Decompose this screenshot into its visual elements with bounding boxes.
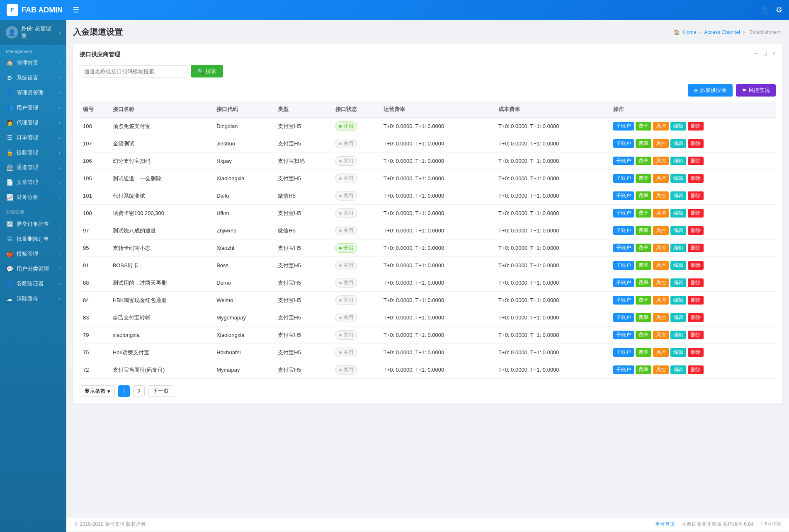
delete-button[interactable]: 删除 — [688, 296, 704, 305]
next-page-button[interactable]: 下一页 — [148, 385, 173, 397]
status-badge[interactable]: 关闭 — [335, 191, 357, 201]
sub-account-button[interactable]: 子账户 — [613, 122, 634, 131]
rate-button[interactable]: 费率 — [636, 157, 651, 165]
sub-account-button[interactable]: 子账户 — [613, 313, 634, 322]
risk-button[interactable]: 风控 — [653, 296, 669, 305]
risk-button[interactable]: 风控 — [653, 226, 669, 235]
delete-button[interactable]: 删除 — [688, 209, 704, 218]
sub-account-button[interactable]: 子账户 — [613, 157, 634, 165]
edit-button[interactable]: 编辑 — [670, 139, 686, 148]
card-minimize-icon[interactable]: − — [752, 49, 759, 58]
rate-button[interactable]: 费率 — [636, 209, 651, 218]
delete-button[interactable]: 删除 — [688, 157, 704, 165]
status-badge[interactable]: 关闭 — [335, 330, 357, 340]
status-badge[interactable]: 关闭 — [335, 261, 357, 270]
rate-button[interactable]: 费率 — [636, 365, 651, 374]
status-badge[interactable]: 关闭 — [335, 226, 357, 235]
breadcrumb-access-channel-link[interactable]: Access Channel — [704, 29, 740, 35]
card-expand-icon[interactable]: □ — [761, 49, 768, 58]
sidebar-item-users[interactable]: 👥 用户管理 › — [0, 100, 66, 115]
sub-account-button[interactable]: 子账户 — [613, 365, 634, 374]
risk-button[interactable]: 风控 — [653, 209, 669, 218]
add-supplier-button[interactable]: ⊕ 添加供应商 — [688, 84, 733, 97]
sidebar-item-finance[interactable]: 📈 财务分析 › — [0, 190, 66, 205]
sidebar-item-withdraw[interactable]: 🔒 提款管理 › — [0, 145, 66, 160]
rate-button[interactable]: 费率 — [636, 296, 651, 305]
rate-button[interactable]: 费率 — [636, 313, 651, 322]
sub-account-button[interactable]: 子账户 — [613, 331, 634, 339]
delete-button[interactable]: 删除 — [688, 348, 704, 357]
user-profile-icon[interactable]: 👤 — [760, 5, 769, 15]
delete-button[interactable]: 删除 — [688, 122, 704, 131]
sub-account-button[interactable]: 子账户 — [613, 278, 634, 287]
sidebar-item-docs[interactable]: 📄 文章管理 › — [0, 175, 66, 190]
sub-account-button[interactable]: 子账户 — [613, 191, 634, 200]
delete-button[interactable]: 删除 — [688, 191, 704, 200]
rate-button[interactable]: 费率 — [636, 122, 651, 131]
edit-button[interactable]: 编辑 — [670, 244, 686, 252]
rate-button[interactable]: 费率 — [636, 331, 651, 339]
edit-button[interactable]: 编辑 — [670, 296, 686, 305]
status-badge[interactable]: 关闭 — [335, 139, 357, 148]
rate-button[interactable]: 费率 — [636, 348, 651, 357]
sidebar-item-abnormal[interactable]: 🔄 异常订单排查 › — [0, 217, 66, 232]
sub-account-button[interactable]: 子账户 — [613, 174, 634, 183]
risk-button[interactable]: 风控 — [653, 174, 669, 183]
status-badge[interactable]: 关闭 — [335, 174, 357, 183]
sidebar-item-orders[interactable]: ☰ 订单管理 › — [0, 130, 66, 145]
status-badge[interactable]: 开启 — [335, 121, 357, 131]
risk-button[interactable]: 风控 — [653, 191, 669, 200]
status-badge[interactable]: 关闭 — [335, 348, 357, 357]
delete-button[interactable]: 删除 — [688, 365, 704, 374]
status-badge[interactable]: 关闭 — [335, 208, 357, 218]
menu-toggle-icon[interactable]: ☰ — [73, 5, 79, 15]
sidebar-item-admin[interactable]: 👤 管理员管理 › — [0, 85, 66, 100]
risk-button[interactable]: 风控 — [653, 278, 669, 287]
status-badge[interactable]: 关闭 — [335, 295, 357, 305]
sub-account-button[interactable]: 子账户 — [613, 226, 634, 235]
rate-button[interactable]: 费率 — [636, 226, 651, 235]
edit-button[interactable]: 编辑 — [670, 365, 686, 374]
delete-button[interactable]: 删除 — [688, 331, 704, 339]
delete-button[interactable]: 删除 — [688, 261, 704, 270]
sidebar-item-templates[interactable]: 🍎 模板管理 › — [0, 247, 66, 261]
delete-button[interactable]: 删除 — [688, 313, 704, 322]
sidebar-item-clear-cache[interactable]: ☁ 清除缓存 › — [0, 291, 66, 306]
risk-button[interactable]: 风控 — [653, 365, 669, 374]
sidebar-item-channels[interactable]: 🏦 通道管理 › — [0, 160, 66, 175]
sub-account-button[interactable]: 子账户 — [613, 209, 634, 218]
edit-button[interactable]: 编辑 — [670, 313, 686, 322]
page-size-button[interactable]: 显示条数 ▾ — [80, 385, 115, 397]
page-1-button[interactable]: 1 — [118, 385, 130, 397]
status-badge[interactable]: 关闭 — [335, 156, 357, 166]
sub-account-button[interactable]: 子账户 — [613, 244, 634, 252]
edit-button[interactable]: 编辑 — [670, 157, 686, 165]
risk-button[interactable]: 风控 — [653, 261, 669, 270]
edit-button[interactable]: 编辑 — [670, 278, 686, 287]
delete-button[interactable]: 删除 — [688, 278, 704, 287]
footer-platform-link[interactable]: 平台首页 — [655, 521, 675, 528]
search-input[interactable] — [80, 65, 187, 77]
status-badge[interactable]: 关闭 — [335, 365, 357, 375]
breadcrumb-home-link[interactable]: Home — [683, 29, 697, 35]
risk-button[interactable]: 风控 — [653, 313, 669, 322]
risk-button[interactable]: 风控 — [653, 139, 669, 148]
edit-button[interactable]: 编辑 — [670, 122, 686, 131]
sub-account-button[interactable]: 子账户 — [613, 296, 634, 305]
edit-button[interactable]: 编辑 — [670, 331, 686, 339]
sidebar-item-batch-delete[interactable]: ☰ 批量删除订单 › — [0, 232, 66, 247]
rate-button[interactable]: 费率 — [636, 191, 651, 200]
sidebar-item-google-auth[interactable]: 👤 谷歌验证器 › — [0, 276, 66, 291]
edit-button[interactable]: 编辑 — [670, 348, 686, 357]
sub-account-button[interactable]: 子账户 — [613, 348, 634, 357]
status-badge[interactable]: 开启 — [335, 243, 357, 253]
rate-button[interactable]: 费率 — [636, 139, 651, 148]
rate-button[interactable]: 费率 — [636, 261, 651, 270]
monitor-button[interactable]: ⚑ 风控实况 — [736, 84, 776, 97]
risk-button[interactable]: 风控 — [653, 348, 669, 357]
risk-button[interactable]: 风控 — [653, 244, 669, 252]
delete-button[interactable]: 删除 — [688, 139, 704, 148]
risk-button[interactable]: 风控 — [653, 331, 669, 339]
edit-button[interactable]: 编辑 — [670, 174, 686, 183]
sidebar-item-user-categories[interactable]: 💬 用户分类管理 › — [0, 261, 66, 276]
